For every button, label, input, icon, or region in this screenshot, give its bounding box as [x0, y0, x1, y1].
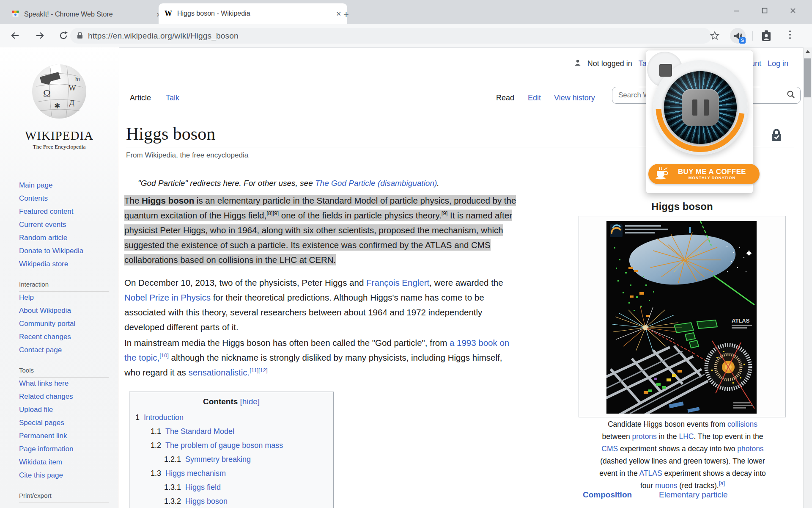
sidebar-item-help[interactable]: Help: [19, 292, 109, 305]
address-bar[interactable]: https://en.wikipedia.org/wiki/Higgs_boso…: [70, 28, 711, 44]
buy-button-label: BUY ME A COFFEE: [678, 168, 746, 176]
tab-edit[interactable]: Edit: [528, 94, 541, 102]
sidebar-item-wikipedia-store[interactable]: Wikipedia store: [19, 258, 109, 271]
toc-items: 1Introduction1.1The Standard Model1.2The…: [129, 411, 333, 508]
article-link[interactable]: [a]: [719, 480, 725, 486]
article-link[interactable]: the topic,: [124, 353, 159, 362]
back-icon[interactable]: [9, 30, 21, 41]
infobox-title: Higgs boson: [579, 201, 786, 213]
sidebar-item-contents[interactable]: Contents: [19, 193, 109, 206]
toc-entry-1.3: 1.3Higgs mechanism: [151, 467, 333, 480]
scrollbar-up-arrow[interactable]: [806, 50, 810, 53]
article-link[interactable]: [11][12]: [250, 367, 267, 373]
svg-text:Д: Д: [69, 99, 74, 107]
https-lock-icon: [77, 31, 83, 41]
sidebar-item-cite-this-page[interactable]: Cite this page: [19, 469, 109, 483]
toc-link-the-standard-model[interactable]: The Standard Model: [165, 427, 234, 436]
article-link[interactable]: a 1993 book on: [450, 338, 509, 348]
article-link[interactable]: The God Particle (disambiguation): [315, 179, 437, 188]
maximize-button[interactable]: [758, 5, 771, 16]
paragraph-nobel: On December 10, 2013, two of the physici…: [124, 275, 585, 334]
article-link[interactable]: [10]: [159, 352, 169, 359]
sidebar-item-current-events[interactable]: Current events: [19, 219, 109, 232]
toc-link-symmetry-breaking[interactable]: Symmetry breaking: [185, 455, 251, 464]
sidebar-item-what-links-here[interactable]: What links here: [19, 378, 109, 391]
sidebar-item-special-pages[interactable]: Special pages: [19, 417, 109, 430]
sidebar-item-permanent-link[interactable]: Permanent link: [19, 430, 109, 443]
sidebar-item-random-article[interactable]: Random article: [19, 232, 109, 245]
close-tab-icon[interactable]: ✕: [336, 11, 341, 17]
toc-link-higgs-field[interactable]: Higgs field: [185, 483, 221, 492]
search-icon[interactable]: [787, 90, 795, 100]
composition-label[interactable]: Composition: [583, 490, 632, 500]
article-link[interactable]: sensationalistic.: [189, 367, 250, 377]
sidebar-item-page-information[interactable]: Page information: [19, 443, 109, 456]
sidebar-item-about-wikipedia[interactable]: About Wikipedia: [19, 305, 109, 318]
tab-read[interactable]: Read: [496, 94, 514, 102]
sidebar-item-wikidata-item[interactable]: Wikidata item: [19, 456, 109, 469]
extension-badge: S: [739, 37, 746, 44]
article-link[interactable]: photons: [737, 444, 763, 453]
sidebar-item-community-portal[interactable]: Community portal: [19, 318, 109, 331]
content-left-border: [119, 106, 119, 508]
scrollbar-track[interactable]: [803, 47, 812, 508]
tab-title: SpeakIt! - Chrome Web Store: [24, 11, 113, 18]
coffee-cup-icon: [654, 167, 669, 181]
tab-title: Higgs boson - Wikipedia: [177, 10, 250, 17]
paragraph-god-particle: In mainstream media the Higgs boson has …: [124, 335, 585, 380]
sidebar-item-recent-changes[interactable]: Recent changes: [19, 331, 109, 344]
infobox-composition-row: Composition Elementary particle: [583, 490, 785, 503]
forward-icon[interactable]: [34, 30, 46, 41]
toc-entry-1.3.1: 1.3.1Higgs field: [164, 480, 333, 494]
paragraph-lead-selected: The Higgs boson is an elementary particl…: [124, 193, 585, 267]
wikipedia-logo[interactable]: Ω W ✱ Д ƕ WIKIPEDIA The Free Encyclopedi…: [13, 54, 106, 150]
tab-view-history[interactable]: View history: [554, 94, 595, 102]
profile-icon[interactable]: [762, 30, 771, 43]
toc-link-the-problem-of-gauge-boson-mass[interactable]: The problem of gauge boson mass: [165, 441, 283, 450]
wikipedia-wordmark: WIKIPEDIA: [25, 129, 93, 143]
buy-button-subtext: MONTHLY DONATION: [689, 176, 735, 180]
reload-icon[interactable]: [58, 30, 69, 41]
sidebar-item-donate-to-wikipedia[interactable]: Donate to Wikipedia: [19, 245, 109, 258]
minimize-button[interactable]: [730, 5, 743, 16]
sidebar-header-print-export: Print/export: [19, 489, 109, 503]
article-link[interactable]: collisions: [727, 420, 757, 428]
article-link[interactable]: CMS: [601, 444, 618, 453]
wikipedia-tagline: The Free Encyclopedia: [33, 144, 85, 150]
article-link[interactable]: François Englert: [366, 278, 429, 287]
buy-me-a-coffee-button[interactable]: BUY ME A COFFEE MONTHLY DONATION: [648, 164, 760, 184]
toc-link-higgs-mechanism[interactable]: Higgs mechanism: [165, 469, 226, 478]
article-link[interactable]: LHC: [679, 432, 694, 441]
article-link[interactable]: muons: [655, 481, 678, 490]
toc-title: Contents: [203, 397, 238, 406]
bookmark-star-icon[interactable]: [709, 30, 721, 41]
toc-link-higgs-boson[interactable]: Higgs boson: [185, 497, 228, 506]
tab-wikipedia-active[interactable]: W Higgs boson - Wikipedia ✕: [159, 3, 347, 24]
sidebar-item-upload-file[interactable]: Upload file: [19, 404, 109, 417]
sidebar-item-featured-content[interactable]: Featured content: [19, 206, 109, 219]
sidebar-item-main-page[interactable]: Main page: [19, 179, 109, 193]
scrollbar-thumb[interactable]: [804, 58, 811, 97]
composition-value[interactable]: Elementary particle: [659, 490, 728, 500]
article-link[interactable]: ATLAS: [639, 469, 662, 478]
sidebar-header-tools: Tools: [19, 364, 109, 378]
toc-link-introduction[interactable]: Introduction: [144, 413, 184, 422]
close-window-button[interactable]: [787, 5, 799, 16]
sidebar-item-related-changes[interactable]: Related changes: [19, 391, 109, 404]
url-text: https://en.wikipedia.org/wiki/Higgs_boso…: [88, 31, 239, 41]
svg-text:✱: ✱: [54, 102, 60, 110]
personal-link-log-in[interactable]: Log in: [768, 59, 788, 68]
sidebar-item-contact-page[interactable]: Contact page: [19, 344, 109, 357]
article-link[interactable]: protons: [632, 432, 656, 441]
infobox-image[interactable]: ATLAS: [606, 221, 757, 415]
toc-hide-toggle[interactable]: [hide]: [240, 397, 260, 406]
svg-text:ATLAS: ATLAS: [732, 318, 750, 324]
tab-speakit[interactable]: SpeakIt! - Chrome Web Store ✕: [8, 5, 166, 24]
new-tab-button[interactable]: +: [343, 9, 349, 20]
toc-entry-1: 1Introduction: [135, 411, 333, 425]
browser-menu-icon[interactable]: [789, 30, 791, 39]
tab-talk[interactable]: Talk: [166, 94, 179, 102]
pause-button[interactable]: [682, 89, 719, 126]
article-link[interactable]: Nobel Prize in Physics: [124, 293, 211, 302]
tab-article[interactable]: Article: [130, 94, 151, 102]
